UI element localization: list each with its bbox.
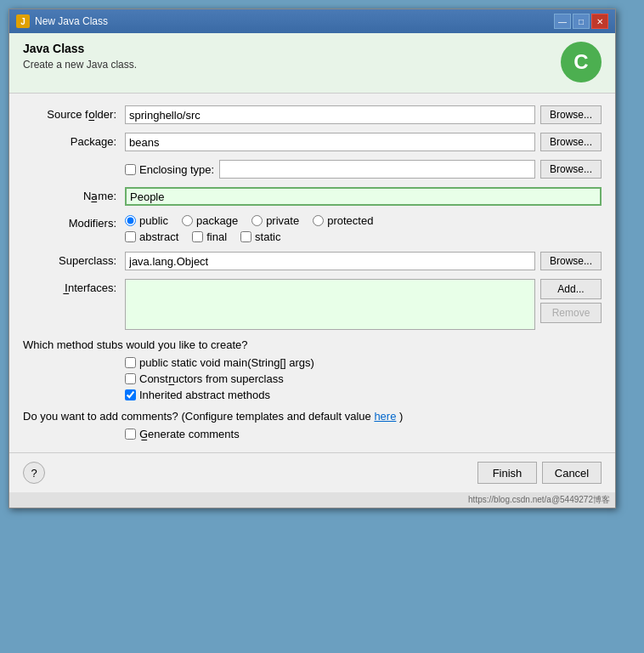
java-class-icon: J <box>16 14 30 28</box>
modifier-protected-label[interactable]: protected <box>313 214 373 227</box>
enclosing-type-checkbox[interactable] <box>125 164 136 175</box>
stubs-section: Which method stubs would you like to cre… <box>23 338 602 401</box>
stubs-options: public static void main(String[] args) C… <box>23 356 602 401</box>
generate-comments-checkbox[interactable] <box>125 429 136 440</box>
modifiers-row: Modifiers: public package <box>23 214 602 243</box>
java-logo: C <box>561 42 602 82</box>
enclosing-type-checkbox-label[interactable]: Enclosing type: <box>125 163 214 176</box>
stub-constructors-checkbox[interactable] <box>125 373 136 384</box>
interfaces-add-button[interactable]: Add... <box>540 279 602 299</box>
title-buttons: — □ ✕ <box>554 14 608 29</box>
modifier-private-label[interactable]: private <box>251 214 299 227</box>
modifier-abstract-label[interactable]: abstract <box>125 230 178 243</box>
wizard-subtitle: Create a new Java class. <box>23 59 137 71</box>
interfaces-area[interactable] <box>125 279 535 330</box>
modifiers-row1: public package private protected <box>125 214 373 227</box>
dialog-title: New Java Class <box>35 15 108 27</box>
stubs-title: Which method stubs would you like to cre… <box>23 338 602 351</box>
modifier-package-radio[interactable] <box>182 215 193 226</box>
comments-options: G̲enerate comments <box>23 428 602 440</box>
footer: ? Finish Cancel <box>9 452 615 492</box>
modifiers-section: public package private protected <box>125 214 373 243</box>
modifiers-label: Modifiers: <box>23 214 125 230</box>
comments-here-link[interactable]: here <box>374 410 396 423</box>
minimize-button[interactable]: — <box>554 14 571 29</box>
stub-inherited-label[interactable]: Inherited abstract methods <box>125 389 602 401</box>
modifier-private-radio[interactable] <box>251 215 263 226</box>
source-folder-controls: Browse... <box>125 105 602 124</box>
modifier-package-label[interactable]: package <box>182 214 238 227</box>
stub-inherited-checkbox[interactable] <box>125 389 136 400</box>
help-button[interactable]: ? <box>23 462 45 484</box>
package-input[interactable] <box>125 133 535 151</box>
modifier-static-checkbox[interactable] <box>240 231 251 242</box>
maximize-button[interactable]: □ <box>573 14 590 29</box>
modifiers-row2: abstract final static <box>125 230 373 243</box>
name-label: Na̲me: <box>23 187 125 202</box>
stub-main-label[interactable]: public static void main(String[] args) <box>125 356 602 369</box>
source-folder-row: Source fo̲lder: Browse... <box>23 105 602 124</box>
source-folder-browse-button[interactable]: Browse... <box>540 105 602 124</box>
interfaces-buttons: Add... Remove <box>540 279 602 323</box>
superclass-label: Superclass: <box>23 252 125 267</box>
close-button[interactable]: ✕ <box>591 14 608 29</box>
dialog-window: J New Java Class — □ ✕ Java Class Create… <box>8 9 616 508</box>
interfaces-label: I̲nterfaces: <box>23 279 125 294</box>
finish-button[interactable]: Finish <box>477 462 537 484</box>
modifier-final-checkbox[interactable] <box>192 231 203 242</box>
superclass-input[interactable] <box>125 252 535 270</box>
interfaces-controls: Add... Remove <box>125 279 602 330</box>
name-controls <box>125 187 602 206</box>
superclass-browse-button[interactable]: Browse... <box>540 252 602 270</box>
superclass-controls: Browse... <box>125 252 602 270</box>
package-row: Package: Browse... <box>23 133 602 151</box>
enclosing-type-browse-button[interactable]: Browse... <box>540 160 602 179</box>
source-folder-label: Source fo̲lder: <box>23 105 125 121</box>
comments-section: Do you want to add comments? (Configure … <box>23 410 602 440</box>
interfaces-remove-button[interactable]: Remove <box>540 303 602 323</box>
modifier-public-radio[interactable] <box>125 215 136 226</box>
cancel-button[interactable]: Cancel <box>542 462 602 484</box>
modifier-final-label[interactable]: final <box>192 230 227 243</box>
name-row: Na̲me: <box>23 187 602 206</box>
name-input[interactable] <box>125 187 602 206</box>
superclass-row: Superclass: Browse... <box>23 252 602 270</box>
url-bar: https://blog.csdn.net/a@5449272博客 <box>9 492 615 508</box>
title-bar-left: J New Java Class <box>16 14 108 28</box>
interfaces-row: I̲nterfaces: Add... Remove <box>23 279 602 330</box>
modifiers-controls: public package private protected <box>125 214 602 243</box>
source-folder-input[interactable] <box>125 105 535 124</box>
package-controls: Browse... <box>125 133 602 151</box>
header-section: Java Class Create a new Java class. C <box>9 33 615 94</box>
comments-title: Do you want to add comments? (Configure … <box>23 410 602 423</box>
title-bar: J New Java Class — □ ✕ <box>9 9 615 33</box>
form-content: Source fo̲lder: Browse... Package: Brows… <box>9 94 615 452</box>
footer-buttons: Finish Cancel <box>477 462 602 484</box>
wizard-title: Java Class <box>23 42 137 55</box>
stub-main-checkbox[interactable] <box>125 357 136 368</box>
modifier-abstract-checkbox[interactable] <box>125 231 136 242</box>
package-label: Package: <box>23 133 125 148</box>
header-text: Java Class Create a new Java class. <box>23 42 137 71</box>
enclosing-type-label-cell <box>23 160 125 162</box>
modifier-public-label[interactable]: public <box>125 214 168 227</box>
stub-constructors-label[interactable]: Constr̲uctors from superclass <box>125 372 602 385</box>
generate-comments-label[interactable]: G̲enerate comments <box>125 428 602 440</box>
enclosing-type-row: Enclosing type: Browse... <box>23 160 602 179</box>
modifier-protected-radio[interactable] <box>313 215 324 226</box>
modifier-static-label[interactable]: static <box>240 230 280 243</box>
enclosing-type-controls: Enclosing type: Browse... <box>125 160 602 179</box>
package-browse-button[interactable]: Browse... <box>540 133 602 151</box>
enclosing-type-input[interactable] <box>219 160 535 179</box>
